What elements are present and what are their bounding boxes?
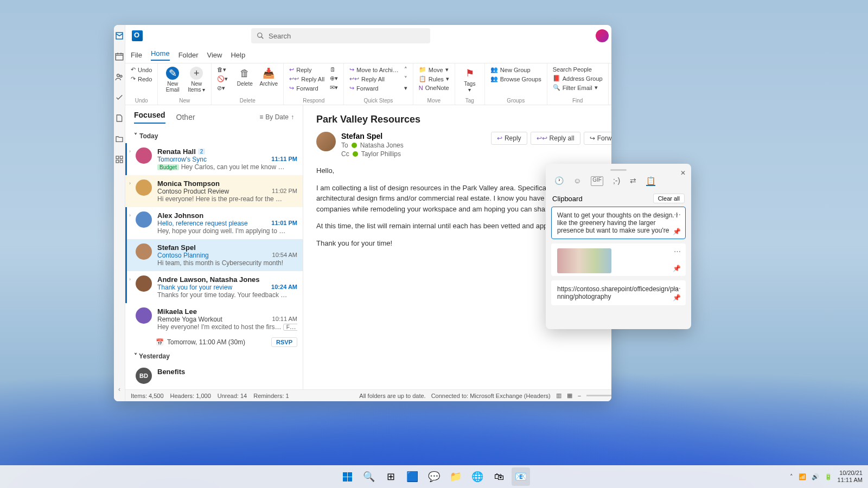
view-reading-icon[interactable]: ▦ xyxy=(567,392,572,399)
section-today[interactable]: ˅ Today xyxy=(125,129,303,143)
onenote-button[interactable]: N OneNote xyxy=(418,84,450,92)
pin-icon[interactable]: 📌 xyxy=(673,228,681,235)
avatar: BD xyxy=(136,368,152,384)
pin-icon[interactable]: 📌 xyxy=(673,265,681,272)
tab-kaomoji[interactable]: ;-) xyxy=(613,176,620,186)
outlook-taskbar-button[interactable]: 📧 xyxy=(512,467,530,486)
ignore-icon[interactable]: ⊘▾ xyxy=(216,84,229,92)
menu-help[interactable]: Help xyxy=(231,51,245,59)
system-clock[interactable]: 10/20/21 11:11 AM xyxy=(838,470,863,484)
files-icon[interactable] xyxy=(114,133,125,144)
message-item[interactable]: ›Andre Lawson, Natasha JonesThank you fo… xyxy=(125,271,303,303)
reply-all-button[interactable]: ↩↩ Reply All xyxy=(288,75,326,83)
battery-icon[interactable]: 🔋 xyxy=(825,473,832,480)
message-item[interactable]: Stefan SpelContoso Planning10:54 AMHi te… xyxy=(125,239,303,271)
task-view-button[interactable]: ⊞ xyxy=(381,467,400,486)
message-item[interactable]: ›Renata Hall 2Tomorrow's Sync11:11 PMBud… xyxy=(125,143,303,175)
menu-home[interactable]: Home xyxy=(151,49,170,61)
close-icon[interactable]: ✕ xyxy=(680,169,686,177)
tab-recent-icon[interactable]: 🕐 xyxy=(554,176,564,186)
main-area: Search ─ ▢ ✕ File Home Folder View Help … xyxy=(125,25,611,401)
menu-view[interactable]: View xyxy=(207,51,222,59)
tray-chevron-icon[interactable]: ˄ xyxy=(790,473,793,480)
new-email-button[interactable]: ✎NewEmail xyxy=(162,66,183,94)
people-icon[interactable] xyxy=(114,72,125,82)
menu-file[interactable]: File xyxy=(131,51,142,59)
forward-action[interactable]: ↪ Forward xyxy=(584,132,611,145)
zoom-slider[interactable] xyxy=(586,395,611,396)
delete-button[interactable]: 🗑Delete xyxy=(234,66,255,88)
search-people-input[interactable]: Search People xyxy=(552,66,604,73)
message-item[interactable]: ›Alex JohnsonHello, reference request pl… xyxy=(125,207,303,239)
tab-other[interactable]: Other xyxy=(176,113,195,121)
qs-up-icon[interactable]: ˄ xyxy=(403,66,409,74)
clear-all-button[interactable]: Clear all xyxy=(653,194,685,203)
view-normal-icon[interactable]: ▥ xyxy=(556,392,561,399)
undo-button[interactable]: ↶ Undo xyxy=(130,66,153,74)
reply-all-action[interactable]: ↩↩ Reply all xyxy=(531,132,580,145)
widgets-button[interactable]: 🟦 xyxy=(403,467,422,486)
qs-down-icon[interactable]: ˅ xyxy=(403,75,409,83)
item-more-icon[interactable]: ⋯ xyxy=(674,210,681,219)
qs-reply-all[interactable]: ↩↩ Reply All xyxy=(348,75,400,83)
section-yesterday[interactable]: ˅ Yesterday xyxy=(125,349,303,363)
move-button[interactable]: 📁 Move ▾ xyxy=(418,66,450,74)
drag-handle[interactable] xyxy=(610,169,627,171)
clipboard-item[interactable]: ⋯ 📌 xyxy=(551,243,686,276)
qs-more-icon[interactable]: ▾ xyxy=(403,84,409,92)
tab-clipboard-icon[interactable]: 📋 xyxy=(646,176,655,186)
share-icon[interactable]: ⊕▾ xyxy=(329,74,339,82)
tags-button[interactable]: ⚑Tags▾ xyxy=(459,66,480,94)
archive-button[interactable]: 📥Archive xyxy=(258,66,279,88)
meeting-icon[interactable]: 🗓 xyxy=(329,66,339,73)
clipboard-item[interactable]: Want to get your thoughts on the design.… xyxy=(551,207,686,239)
menu-folder[interactable]: Folder xyxy=(178,51,199,59)
chat-button[interactable]: 💬 xyxy=(425,467,443,486)
edge-button[interactable]: 🌐 xyxy=(468,467,487,486)
svg-rect-5 xyxy=(116,160,119,163)
user-avatar[interactable] xyxy=(596,29,609,42)
explorer-button[interactable]: 📁 xyxy=(446,467,465,486)
tab-emoji-icon[interactable]: ☺ xyxy=(573,176,581,186)
message-item[interactable]: Mikaela LeeRemote Yoga Workout10:11 AMHe… xyxy=(125,303,303,335)
rules-button[interactable]: 📋 Rules ▾ xyxy=(418,75,450,83)
store-button[interactable]: 🛍 xyxy=(490,467,508,486)
clipboard-item[interactable]: https://contoso.sharepoint/officedesign/… xyxy=(551,280,686,305)
redo-button[interactable]: ↷ Redo xyxy=(130,75,153,83)
apps-icon[interactable] xyxy=(114,154,125,165)
collapse-nav-icon[interactable]: ‹ xyxy=(114,384,125,395)
notes-icon[interactable] xyxy=(114,113,125,124)
reply-action[interactable]: ↩ Reply xyxy=(491,132,527,145)
message-item[interactable]: ›Monica ThompsonContoso Product Review11… xyxy=(125,175,303,207)
rsvp-button[interactable]: RSVP xyxy=(271,337,297,347)
forward-button[interactable]: ↪ Forward xyxy=(288,84,326,92)
more-respond-icon[interactable]: ✉▾ xyxy=(329,84,339,92)
volume-icon[interactable]: 🔊 xyxy=(812,473,819,480)
search-input[interactable]: Search xyxy=(251,28,430,43)
qs-move-archive[interactable]: ↪ Move to Archi… xyxy=(348,66,400,74)
item-more-icon[interactable]: ⋯ xyxy=(674,284,681,292)
pin-icon[interactable]: 📌 xyxy=(673,294,681,301)
reply-button[interactable]: ↩ Reply xyxy=(288,66,326,74)
sort-by-date[interactable]: ≡ By Date ↑ xyxy=(259,113,294,121)
tab-gif-icon[interactable]: GIF xyxy=(591,176,603,186)
filter-email-button[interactable]: 🔍 Filter Email ▾ xyxy=(552,84,604,92)
junk-icon[interactable]: 🚫▾ xyxy=(216,75,229,83)
calendar-icon[interactable] xyxy=(114,51,125,62)
wifi-icon[interactable]: 📶 xyxy=(799,473,806,480)
new-group-button[interactable]: 👥 New Group xyxy=(489,66,542,74)
tab-symbols-icon[interactable]: ⇄ xyxy=(630,176,636,186)
item-more-icon[interactable]: ⋯ xyxy=(674,247,681,255)
message-item[interactable]: BDBenefits xyxy=(125,363,303,388)
mail-icon[interactable] xyxy=(114,30,125,41)
qs-forward[interactable]: ↪ Forward xyxy=(348,84,400,92)
ribbon: ↶ Undo ↷ Redo Undo ✎NewEmail +NewItems ▾… xyxy=(125,63,611,105)
tab-focused[interactable]: Focused xyxy=(134,111,165,124)
address-group-button[interactable]: 📕 Address Group xyxy=(552,74,604,82)
start-button[interactable] xyxy=(338,467,356,486)
browse-groups-button[interactable]: 👥 Browse Groups xyxy=(489,75,542,83)
clean-icon[interactable]: 🗑▾ xyxy=(216,66,229,74)
search-button[interactable]: 🔍 xyxy=(360,467,378,486)
new-items-button[interactable]: +NewItems ▾ xyxy=(186,66,207,94)
tasks-icon[interactable] xyxy=(114,92,125,103)
